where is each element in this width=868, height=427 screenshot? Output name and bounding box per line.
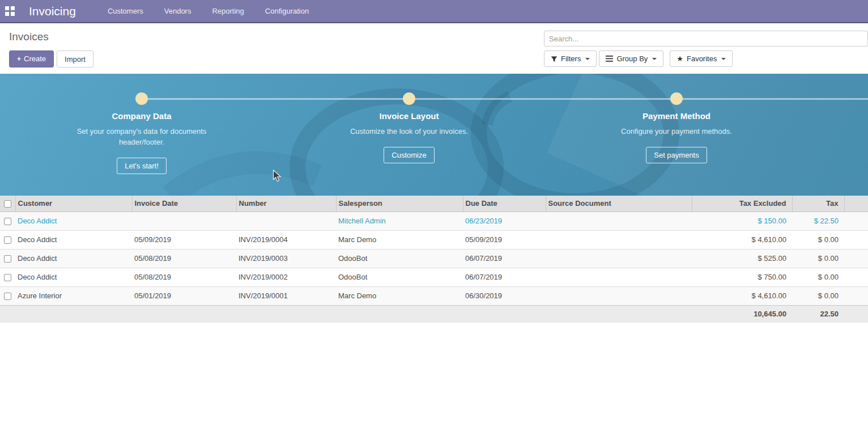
- plus-icon: +: [17, 55, 21, 63]
- totals-trailing: [844, 305, 868, 323]
- cell-due-date: 05/09/2019: [463, 230, 546, 249]
- search-controls: Filters Group By ★ Favorites: [544, 50, 868, 67]
- import-button[interactable]: Import: [57, 50, 93, 67]
- nav-item-configuration[interactable]: Configuration: [265, 7, 309, 15]
- row-checkbox[interactable]: [4, 255, 11, 263]
- chevron-down-icon: [721, 58, 726, 60]
- cell-salesperson: Mitchell Admin: [336, 212, 463, 230]
- row-checkbox[interactable]: [4, 274, 11, 281]
- col-header-trailing: [844, 196, 868, 212]
- table-row[interactable]: Deco Addict 05/09/2019 INV/2019/0004 Mar…: [0, 230, 868, 249]
- invoice-table-body: Deco Addict Mitchell Admin 06/23/2019 $ …: [0, 212, 868, 305]
- cell-invoice-date: 05/01/2019: [132, 286, 236, 305]
- select-all-cell: [0, 196, 15, 212]
- filters-dropdown-button[interactable]: Filters: [544, 50, 597, 67]
- step-description: Configure your payment methods.: [611, 126, 742, 137]
- col-header-salesperson[interactable]: Salesperson: [336, 196, 463, 212]
- cell-tax-excluded: $ 4,610.00: [692, 286, 792, 305]
- cell-trailing: [844, 212, 868, 230]
- cell-due-date: 06/07/2019: [463, 249, 546, 268]
- cell-number: INV/2019/0003: [236, 249, 336, 268]
- cell-customer: Deco Addict: [15, 268, 132, 286]
- filter-funnel-icon: [551, 56, 558, 62]
- create-button[interactable]: +Create: [9, 50, 54, 67]
- table-row[interactable]: Deco Addict 05/08/2019 INV/2019/0003 Odo…: [0, 249, 868, 268]
- customize-button[interactable]: Customize: [384, 147, 434, 163]
- cell-invoice-date: [132, 212, 236, 230]
- cell-trailing: [844, 286, 868, 305]
- cell-salesperson: Marc Demo: [336, 230, 463, 249]
- chevron-down-icon: [652, 58, 657, 60]
- cell-number: INV/2019/0004: [236, 230, 336, 249]
- cell-source-document: [546, 230, 692, 249]
- cell-trailing: [844, 249, 868, 268]
- cell-customer: Azure Interior: [15, 286, 132, 305]
- select-all-checkbox[interactable]: [4, 200, 11, 208]
- cell-tax-excluded: $ 150.00: [692, 212, 792, 230]
- onboarding-step-invoice-layout: Invoice Layout Customize the look of you…: [318, 111, 500, 163]
- cell-source-document: [546, 268, 692, 286]
- cell-customer: Deco Addict: [15, 249, 132, 268]
- cell-customer: Deco Addict: [15, 230, 132, 249]
- cell-due-date: 06/30/2019: [463, 286, 546, 305]
- apps-menu-icon[interactable]: [5, 6, 15, 16]
- star-icon: ★: [676, 55, 683, 62]
- col-header-customer[interactable]: Customer: [15, 196, 132, 212]
- onboarding-banner: Company Data Set your company's data for…: [0, 74, 868, 196]
- cell-number: INV/2019/0002: [236, 268, 336, 286]
- col-header-tax-excluded[interactable]: Tax Excluded: [692, 196, 792, 212]
- table-row[interactable]: Deco Addict Mitchell Admin 06/23/2019 $ …: [0, 212, 868, 230]
- row-checkbox-cell: [0, 268, 15, 286]
- cell-source-document: [546, 286, 692, 305]
- table-row[interactable]: Azure Interior 05/01/2019 INV/2019/0001 …: [0, 286, 868, 305]
- cell-source-document: [546, 249, 692, 268]
- row-checkbox-cell: [0, 212, 15, 230]
- onboarding-step-payment-method: Payment Method Configure your payment me…: [586, 111, 767, 163]
- nav-item-reporting[interactable]: Reporting: [212, 7, 244, 15]
- nav-item-customers[interactable]: Customers: [108, 7, 143, 15]
- top-navbar: Invoicing Customers Vendors Reporting Co…: [0, 0, 868, 23]
- cell-invoice-date: 05/08/2019: [132, 249, 236, 268]
- step-dot-payment-method: [670, 92, 683, 105]
- favorites-label: Favorites: [687, 54, 717, 63]
- cell-tax: $ 22.50: [792, 212, 844, 230]
- cell-number: INV/2019/0001: [236, 286, 336, 305]
- step-title: Company Data: [51, 111, 232, 121]
- row-checkbox[interactable]: [4, 236, 11, 244]
- cell-invoice-date: 05/08/2019: [132, 268, 236, 286]
- app-title[interactable]: Invoicing: [29, 5, 76, 18]
- chevron-down-icon: [585, 58, 590, 60]
- group-by-dropdown-button[interactable]: Group By: [599, 50, 663, 67]
- onboarding-progress-line: [142, 98, 868, 100]
- col-header-source-document[interactable]: Source Document: [546, 196, 692, 212]
- col-header-number[interactable]: Number: [236, 196, 336, 212]
- control-panel: Invoices +Create Import Filters Group By: [0, 23, 868, 74]
- set-payments-button[interactable]: Set payments: [646, 147, 707, 163]
- cell-tax-excluded: $ 4,610.00: [692, 230, 792, 249]
- col-header-due-date[interactable]: Due Date: [463, 196, 546, 212]
- favorites-dropdown-button[interactable]: ★ Favorites: [670, 50, 733, 67]
- nav-menu: Customers Vendors Reporting Configuratio…: [108, 7, 309, 15]
- cell-tax-excluded: $ 525.00: [692, 249, 792, 268]
- total-tax: 22.50: [792, 305, 844, 323]
- col-header-invoice-date[interactable]: Invoice Date: [132, 196, 236, 212]
- lets-start-button[interactable]: Let's start!: [117, 158, 167, 174]
- table-header-row: Customer Invoice Date Number Salesperson…: [0, 196, 868, 212]
- search-input[interactable]: [544, 31, 868, 46]
- row-checkbox[interactable]: [4, 218, 11, 225]
- cell-tax: $ 0.00: [792, 286, 844, 305]
- cell-invoice-date: 05/09/2019: [132, 230, 236, 249]
- total-tax-excluded: 10,645.00: [692, 305, 792, 323]
- table-row[interactable]: Deco Addict 05/08/2019 INV/2019/0002 Odo…: [0, 268, 868, 286]
- onboarding-step-company-data: Company Data Set your company's data for…: [51, 111, 232, 174]
- cell-tax-excluded: $ 750.00: [692, 268, 792, 286]
- group-by-label: Group By: [616, 54, 648, 63]
- col-header-tax[interactable]: Tax: [792, 196, 844, 212]
- cell-tax: $ 0.00: [792, 268, 844, 286]
- row-checkbox[interactable]: [4, 293, 11, 300]
- cell-salesperson: OdooBot: [336, 268, 463, 286]
- step-title: Payment Method: [586, 111, 767, 121]
- control-panel-left: Invoices +Create Import: [9, 31, 93, 74]
- filters-label: Filters: [561, 54, 581, 63]
- nav-item-vendors[interactable]: Vendors: [164, 7, 192, 15]
